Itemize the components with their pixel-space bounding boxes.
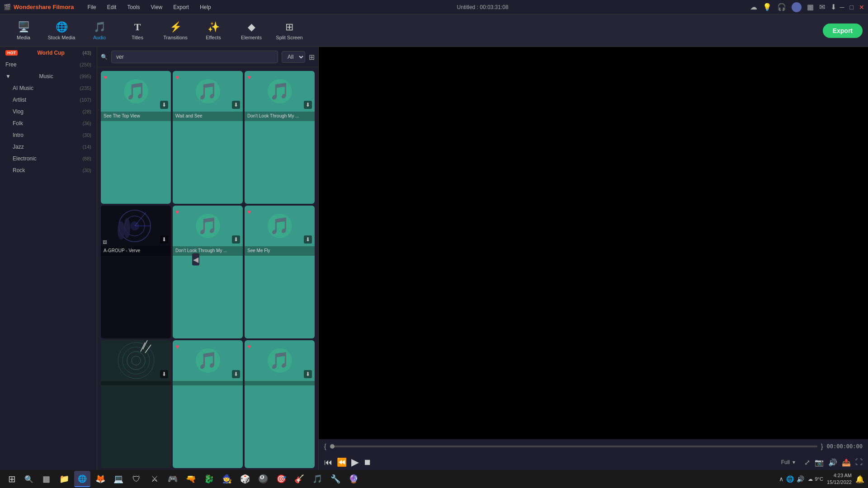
download-icon-1[interactable]: ⬇ <box>160 101 168 109</box>
sidebar-item-electronic[interactable]: Electronic (88) <box>0 153 97 164</box>
menu-edit[interactable]: Edit <box>103 3 121 11</box>
panel-collapse-arrow[interactable]: ◀ <box>192 253 199 266</box>
notification-icon[interactable]: 🔔 <box>855 475 864 483</box>
export-button[interactable]: Export <box>823 23 863 38</box>
chevron-down-icon[interactable]: ▾ <box>793 459 795 465</box>
media-item-1[interactable]: ♥ 🎵 ⬇ See The Top View <box>101 71 171 204</box>
speaker-icon[interactable]: 🔊 <box>828 458 837 467</box>
avatar[interactable] <box>792 2 802 12</box>
sidebar-item-ai-music[interactable]: AI Music (235) <box>0 82 97 94</box>
bulb-icon[interactable]: 💡 <box>763 3 772 11</box>
taskbar-spotify[interactable]: 🎵 <box>309 471 326 487</box>
sidebar-item-world-cup[interactable]: HOT World Cup (43) <box>0 47 97 59</box>
toolbar-effects[interactable]: ✨ Effects <box>195 16 231 45</box>
sidebar-item-rock[interactable]: Rock (30) <box>0 164 97 176</box>
media-item-6[interactable]: ♥ 🎵 ⬇ See Me Fly <box>245 206 315 338</box>
menu-help[interactable]: Help <box>195 3 216 11</box>
taskbar-browser1[interactable]: 🌐 <box>74 471 90 487</box>
stop-button[interactable]: ⏹ <box>363 458 372 467</box>
toolbar-audio[interactable]: 🎵 Audio <box>81 16 118 45</box>
cloud-icon[interactable]: ☁ <box>750 3 757 11</box>
resize-icon[interactable]: ⤢ <box>804 458 810 467</box>
sidebar-item-folk[interactable]: Folk (36) <box>0 117 97 129</box>
toolbar-split-screen[interactable]: ⊞ Split Screen <box>271 16 307 45</box>
grid-view-icon[interactable]: ⊞ <box>309 53 315 61</box>
taskbar-icon12[interactable]: 🔮 <box>345 471 362 487</box>
media-item-8[interactable]: ♥ 🎵 ⬇ <box>173 340 243 468</box>
filter-select[interactable]: All <box>282 51 305 63</box>
play-button[interactable]: ▶ <box>351 456 359 468</box>
taskbar-icon2[interactable]: ⚔ <box>146 471 163 487</box>
taskbar-search-button[interactable]: 🔍 <box>22 472 36 486</box>
media-item-4[interactable]: 🖼 ⬇ A-GROUP - Verve <box>101 206 171 338</box>
toolbar-stock-media[interactable]: 🌐 Stock Media <box>43 16 80 45</box>
toolbar-titles[interactable]: T Titles <box>119 16 156 45</box>
taskbar-terminal[interactable]: 💻 <box>110 471 127 487</box>
download-icon-4[interactable]: ⬇ <box>160 235 168 244</box>
minimize-button[interactable]: ─ <box>840 4 844 11</box>
download-icon-9[interactable]: ⬇ <box>304 370 312 378</box>
scrubber-thumb[interactable] <box>330 444 335 449</box>
download-icon-2[interactable]: ⬇ <box>232 101 240 109</box>
media-item-2[interactable]: ♥ 🎵 ⬇ Wait and See <box>173 71 243 204</box>
menu-tools[interactable]: Tools <box>123 3 144 11</box>
sidebar-item-vlog[interactable]: Vlog (28) <box>0 106 97 117</box>
taskbar-icon10[interactable]: 🎸 <box>291 471 307 487</box>
download-icon[interactable]: ⬇ <box>830 3 836 11</box>
toolbar-media[interactable]: 🖥️ Media <box>5 16 42 45</box>
mail-icon[interactable]: ✉ <box>819 3 825 11</box>
taskbar-firefox[interactable]: 🦊 <box>92 471 108 487</box>
start-button[interactable]: ⊞ <box>4 471 20 487</box>
step-back-button[interactable]: ⏪ <box>337 457 347 467</box>
taskbar-icon5[interactable]: 🐉 <box>201 471 217 487</box>
taskbar-icon11[interactable]: 🔧 <box>327 471 344 487</box>
sidebar-item-free[interactable]: Free (250) <box>0 59 97 70</box>
menu-view[interactable]: View <box>146 3 167 11</box>
maximize-button[interactable]: □ <box>850 4 854 11</box>
toolbar-transitions[interactable]: ⚡ Transitions <box>157 16 193 45</box>
download-icon-3[interactable]: ⬇ <box>304 101 312 109</box>
menu-file[interactable]: File <box>83 3 100 11</box>
sidebar-item-music[interactable]: ▼ Music (995) <box>0 70 97 82</box>
share-icon[interactable]: 📤 <box>842 458 851 467</box>
close-button[interactable]: ✕ <box>859 4 864 11</box>
taskbar-icon3[interactable]: 🎮 <box>165 471 181 487</box>
download-icon-7[interactable]: ⬇ <box>160 370 168 378</box>
taskbar-icon6[interactable]: 🧙 <box>219 471 235 487</box>
chevron-up-icon[interactable]: ∧ <box>779 475 783 483</box>
volume-icon[interactable]: 🔊 <box>797 475 804 483</box>
download-icon-6[interactable]: ⬇ <box>304 235 312 244</box>
sidebar-item-artlist[interactable]: Artlist (107) <box>0 94 97 106</box>
toolbar-elements[interactable]: ◆ Elements <box>233 16 269 45</box>
media-thumb-1: ♥ 🎵 ⬇ <box>101 71 171 112</box>
sidebar-item-jazz[interactable]: Jazz (14) <box>0 141 97 153</box>
taskbar-explorer[interactable]: 📁 <box>56 471 72 487</box>
taskbar-icon8[interactable]: 🎱 <box>255 471 271 487</box>
skip-back-button[interactable]: ⏮ <box>324 458 332 467</box>
media-item-9[interactable]: ♥ 🎵 ⬇ <box>245 340 315 468</box>
timeline-scrubber[interactable] <box>330 446 817 447</box>
media-item-3[interactable]: ♥ 🎵 ⬇ Don't Look Through My ... <box>245 71 315 204</box>
search-input[interactable] <box>111 51 278 63</box>
taskbar-icon9[interactable]: 🎯 <box>273 471 289 487</box>
media-item-7[interactable]: ⬇ <box>101 340 171 468</box>
scrubber-start-marker[interactable]: { <box>324 443 326 450</box>
download-icon-5[interactable]: ⬇ <box>232 235 240 244</box>
taskbar-icon1[interactable]: 🛡 <box>128 471 145 487</box>
grid-icon[interactable]: ▦ <box>807 3 814 11</box>
taskbar-icon7[interactable]: 🎲 <box>237 471 253 487</box>
system-clock[interactable]: 4:23 AM 15/12/2022 <box>827 472 852 486</box>
sidebar-item-intro[interactable]: Intro (30) <box>0 129 97 141</box>
headphone-icon[interactable]: 🎧 <box>777 3 786 11</box>
taskbar-icon4[interactable]: 🔫 <box>183 471 199 487</box>
preview-zoom-select[interactable]: Full ▾ <box>781 459 795 465</box>
download-icon-8[interactable]: ⬇ <box>232 370 240 378</box>
network-icon[interactable]: 🌐 <box>786 475 794 483</box>
taskbar-taskview[interactable]: ▦ <box>38 471 54 487</box>
menu-export[interactable]: Export <box>169 3 193 11</box>
snapshot-icon[interactable]: 📷 <box>815 458 824 467</box>
weather-icon: ☁ <box>808 476 813 482</box>
fullscreen-icon[interactable]: ⛶ <box>855 458 863 467</box>
scrubber-end-marker[interactable]: } <box>821 443 823 450</box>
media-item-5[interactable]: ♥ 🎵 ⬇ Don't Look Through My ... <box>173 206 243 338</box>
